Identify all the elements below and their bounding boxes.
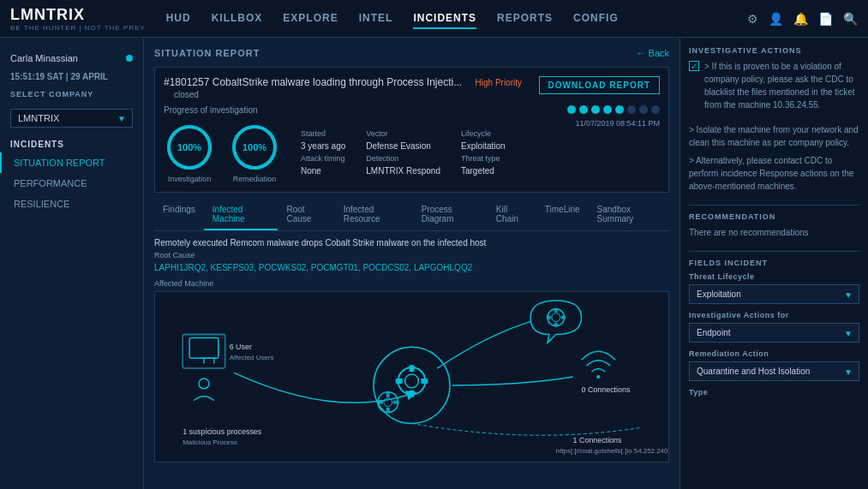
nav-hud[interactable]: HUD (166, 9, 191, 29)
investigation-progress: 100% Investigation (164, 122, 215, 183)
nav-explore[interactable]: EXPLORE (283, 9, 338, 29)
svg-point-15 (405, 374, 419, 388)
report-header: SITUATION REPORT ← Back (154, 48, 669, 58)
remediation-label: Remediation (229, 175, 280, 183)
nav-incidents[interactable]: INCIDENTS (413, 9, 476, 29)
logo: LMNTRIX BE THE HUNTER | NOT THE PREY (10, 6, 146, 32)
svg-point-32 (596, 375, 600, 379)
machines-list: LAPHI1JRQ2, KESFPS03, POCWKS02, POCMGT01… (154, 263, 669, 272)
fields-incident-section: FIELDS INCIDENT Threat Lifecycle Exploit… (689, 259, 859, 397)
settings-icon[interactable]: ⚙ (747, 12, 758, 26)
bell-icon[interactable]: 🔔 (793, 12, 808, 26)
attack-label: Attack timing (301, 154, 345, 163)
investigative-actions-title: INVESTIGATIVE ACTIONS (689, 46, 859, 55)
investigation-pct: 100% (177, 142, 201, 152)
tab-infected-machine[interactable]: Infected Machine (204, 200, 278, 230)
report-box: DOWNLOAD REPORT #1801257 CobaltStrike ma… (154, 67, 669, 193)
svg-rect-22 (386, 392, 390, 397)
action3-text: > Alternatively, please contact CDC to p… (689, 154, 859, 193)
threat-lifecycle-select[interactable]: Exploitation (689, 284, 859, 304)
recommendation-title: RECOMMENDATION (689, 212, 859, 221)
progress-dot-8 (651, 105, 660, 114)
timing-col: Started 3 years ago Attack timing None (301, 129, 345, 176)
svg-rect-25 (393, 401, 398, 404)
attack-value: None (301, 166, 345, 176)
svg-rect-29 (554, 323, 558, 327)
nav-killbox[interactable]: KILLBOX (212, 9, 263, 29)
report-section-title: SITUATION REPORT (154, 48, 260, 58)
remediation-select[interactable]: Quarantine and Host Isolation (689, 361, 859, 381)
svg-text:6 User: 6 User (230, 343, 252, 351)
checkmark-icon: ✓ (691, 62, 697, 71)
document-icon[interactable]: 📄 (818, 12, 833, 26)
svg-point-27 (552, 313, 560, 322)
tab-process-diagram[interactable]: Process Diagram (413, 200, 488, 230)
online-indicator (126, 55, 133, 62)
remediation-action-label: Remediation Action (689, 349, 859, 358)
svg-rect-24 (378, 401, 383, 404)
threat-lifecycle-select-wrapper: Exploitation ▼ (689, 284, 859, 304)
threat-type-value: Targeted (461, 166, 506, 176)
threat-lifecycle-label: Threat Lifecycle (689, 272, 859, 281)
back-button[interactable]: ← Back (636, 48, 669, 58)
progress-dot-7 (639, 105, 648, 114)
right-panel: INVESTIGATIVE ACTIONS ✓ > If this is pro… (679, 38, 868, 489)
nav-config[interactable]: CONFIG (573, 9, 619, 29)
logo-sub: BE THE HUNTER | NOT THE PREY (10, 24, 146, 32)
search-icon[interactable]: 🔍 (843, 12, 858, 26)
company-select-wrapper: LMNTRIX ▼ (10, 109, 133, 128)
svg-point-10 (199, 379, 209, 389)
started-label: Started (301, 129, 345, 138)
action1-checkbox[interactable]: ✓ (689, 61, 699, 71)
investigation-label: Investigation (164, 175, 215, 183)
timestamp: 11/07/2019 08:54:11 PM (567, 119, 660, 128)
detection-value: LMNTRIX Respond (366, 166, 440, 176)
remediation-progress: 100% Remediation (229, 122, 280, 183)
investigation-circle: 100% (164, 122, 215, 173)
investigative-for-select-wrapper: Endpoint ▼ (689, 323, 859, 343)
tab-infected-resource[interactable]: Infected Resource (335, 200, 413, 230)
nav-intel[interactable]: INTEL (359, 9, 393, 29)
infection-diagram: 6 User Affected Users (154, 291, 669, 462)
remediation-circle: 100% (229, 122, 280, 173)
affected-machine-label: Affected Machine (154, 279, 669, 288)
remediation-select-wrapper: Quarantine and Host Isolation ▼ (689, 361, 859, 381)
dot-indicators (567, 105, 660, 114)
fields-incident-title: FIELDS INCIDENT (689, 259, 859, 267)
action2-text: > Isolate the machine from your network … (689, 123, 859, 149)
svg-rect-31 (561, 316, 566, 319)
infected-machine-content: Remotely executed Remcom malware drops C… (154, 238, 669, 462)
description-text: Remotely executed Remcom malware drops C… (154, 238, 669, 247)
svg-text:Affected Users: Affected Users (230, 354, 274, 361)
vector-label: Vector (366, 129, 440, 138)
divider-2 (689, 251, 859, 252)
incidents-section-label: INCIDENTS (0, 131, 143, 152)
sidebar-item-resilience[interactable]: RESILIENCE (0, 194, 143, 214)
nav-reports[interactable]: REPORTS (497, 9, 553, 29)
recommendation-section: RECOMMENDATION There are no recommendati… (689, 212, 859, 239)
tab-sandbox-summary[interactable]: Sandbox Summary (589, 200, 669, 230)
tab-findings[interactable]: Findings (154, 200, 204, 230)
sidebar-item-situation-report[interactable]: SITUATION REPORT (0, 152, 143, 173)
tab-root-cause[interactable]: Root Cause (278, 200, 334, 230)
investigative-for-select[interactable]: Endpoint (689, 323, 859, 343)
tab-kill-chain[interactable]: Kill Chain (488, 200, 536, 230)
investigative-actions-section: INVESTIGATIVE ACTIONS ✓ > If this is pro… (689, 46, 859, 193)
logo-main: LMNTRIX (10, 6, 85, 23)
vector-col: Vector Defense Evasion Detection LMNTRIX… (366, 129, 440, 176)
progress-row: 100% Investigation 100% (164, 122, 567, 183)
sidebar-item-performance[interactable]: PERFORMANCE (0, 173, 143, 194)
download-report-button[interactable]: DOWNLOAD REPORT (539, 76, 660, 94)
company-select[interactable]: LMNTRIX (10, 109, 133, 128)
user-icon[interactable]: 👤 (769, 12, 783, 26)
remediation-pct: 100% (242, 142, 266, 152)
lifecycle-col: Lifecycle Exploitation Threat type Targe… (461, 129, 506, 176)
started-value: 3 years ago (301, 141, 345, 151)
tab-timeline[interactable]: TimeLine (536, 200, 589, 230)
progress-dot-2 (579, 105, 588, 114)
progress-dot-4 (603, 105, 612, 114)
investigative-for-label: Investigative Actions for (689, 311, 859, 319)
action1-item: ✓ > If this is proven to be a violation … (689, 60, 859, 116)
priority-badge: High Priority (476, 78, 522, 87)
progress-info: Started 3 years ago Attack timing None V… (301, 129, 506, 176)
